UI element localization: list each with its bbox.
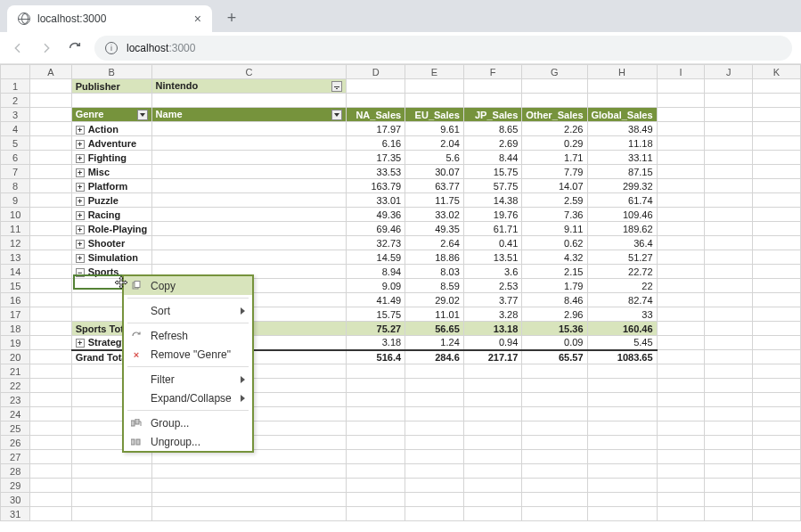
cell[interactable] [705, 165, 753, 179]
cell[interactable] [30, 436, 71, 450]
pivot-value[interactable]: 33.01 [347, 193, 405, 208]
cell[interactable] [151, 179, 347, 193]
cell[interactable] [587, 464, 657, 479]
pivot-value-header[interactable]: JP_Sales [463, 108, 522, 122]
pivot-value[interactable]: 0.94 [463, 336, 522, 350]
cell[interactable] [705, 364, 753, 379]
cell[interactable] [30, 450, 71, 464]
cell[interactable] [463, 436, 522, 450]
pivot-value[interactable]: 11.18 [587, 136, 657, 151]
cell[interactable] [151, 151, 347, 165]
pivot-value-header[interactable]: Global_Sales [587, 108, 657, 122]
back-button[interactable] [9, 39, 27, 57]
cell[interactable] [753, 236, 801, 250]
browser-tab[interactable]: localhost:3000 × [7, 5, 212, 32]
cell[interactable] [587, 507, 657, 521]
collapse-icon[interactable]: − [76, 268, 85, 277]
col-header[interactable]: D [347, 65, 405, 79]
cell[interactable] [657, 293, 705, 307]
cell[interactable] [522, 450, 587, 464]
row-header[interactable]: 12 [1, 236, 30, 250]
pivot-value[interactable]: 11.01 [405, 307, 464, 322]
cell[interactable] [405, 479, 464, 493]
pivot-value[interactable]: 61.71 [463, 222, 522, 236]
filter-dropdown-icon[interactable] [331, 81, 342, 92]
pivot-value[interactable]: 0.09 [522, 336, 587, 350]
cell[interactable] [753, 79, 801, 94]
pivot-value[interactable]: 7.36 [522, 208, 587, 222]
pivot-value[interactable]: 82.74 [587, 293, 657, 307]
cell[interactable] [463, 450, 522, 464]
cell[interactable] [522, 94, 587, 108]
cell[interactable] [753, 208, 801, 222]
pivot-value[interactable]: 33.53 [347, 165, 405, 179]
cell[interactable] [30, 236, 71, 250]
cell[interactable] [753, 407, 801, 422]
expand-icon[interactable]: + [76, 197, 85, 206]
pivot-row-label[interactable]: +Simulation [71, 250, 151, 265]
menu-filter[interactable]: Filter [124, 370, 252, 389]
pivot-value[interactable]: 8.94 [347, 265, 405, 279]
cell[interactable] [705, 307, 753, 322]
cell[interactable] [347, 493, 405, 507]
cell[interactable] [657, 350, 705, 364]
cell[interactable] [657, 265, 705, 279]
cell[interactable] [71, 479, 151, 493]
pivot-value[interactable]: 2.96 [522, 307, 587, 322]
cell[interactable] [753, 436, 801, 450]
row-header[interactable]: 27 [1, 450, 30, 464]
pivot-value[interactable]: 2.69 [463, 136, 522, 151]
cell[interactable] [705, 379, 753, 393]
cell[interactable] [30, 122, 71, 136]
pivot-value[interactable]: 61.74 [587, 193, 657, 208]
cell[interactable] [463, 507, 522, 521]
pivot-value[interactable]: 189.62 [587, 222, 657, 236]
cell[interactable] [705, 293, 753, 307]
cell[interactable] [30, 379, 71, 393]
cell[interactable] [705, 336, 753, 350]
row-header[interactable]: 1 [1, 79, 30, 94]
pivot-row-label[interactable]: +Racing [71, 208, 151, 222]
cell[interactable] [587, 364, 657, 379]
col-header[interactable]: I [657, 65, 705, 79]
pivot-grand-value[interactable]: 1083.65 [587, 350, 657, 364]
pivot-row-label[interactable]: +Misc [71, 165, 151, 179]
pivot-subtotal-value[interactable]: 160.46 [587, 322, 657, 336]
forward-button[interactable] [37, 39, 55, 57]
cell[interactable] [705, 151, 753, 165]
cell[interactable] [151, 136, 347, 151]
row-header[interactable]: 23 [1, 393, 30, 407]
cell[interactable] [705, 94, 753, 108]
pivot-value[interactable]: 2.64 [405, 236, 464, 250]
row-header[interactable]: 25 [1, 422, 30, 436]
cell[interactable] [30, 151, 71, 165]
cell[interactable] [753, 222, 801, 236]
cell[interactable] [753, 307, 801, 322]
url-field[interactable]: i localhost:3000 [94, 36, 792, 61]
cell[interactable] [347, 94, 405, 108]
cell[interactable] [753, 422, 801, 436]
cell[interactable] [657, 108, 705, 122]
cell[interactable] [587, 436, 657, 450]
cell[interactable] [705, 493, 753, 507]
pivot-value[interactable]: 1.71 [522, 151, 587, 165]
row-header[interactable]: 18 [1, 322, 30, 336]
pivot-value[interactable]: 33 [587, 307, 657, 322]
cell[interactable] [30, 79, 71, 94]
cell[interactable] [522, 393, 587, 407]
cell[interactable] [30, 464, 71, 479]
cell[interactable] [71, 493, 151, 507]
cell[interactable] [522, 79, 587, 94]
pivot-value[interactable]: 22 [587, 279, 657, 293]
pivot-value[interactable]: 38.49 [587, 122, 657, 136]
cell[interactable] [347, 450, 405, 464]
pivot-value[interactable]: 9.61 [405, 122, 464, 136]
pivot-value[interactable]: 3.28 [463, 307, 522, 322]
cell[interactable] [405, 464, 464, 479]
cell[interactable] [347, 407, 405, 422]
cell[interactable] [30, 322, 71, 336]
cell[interactable] [753, 493, 801, 507]
cell[interactable] [151, 479, 347, 493]
cell[interactable] [753, 94, 801, 108]
cell[interactable] [347, 436, 405, 450]
